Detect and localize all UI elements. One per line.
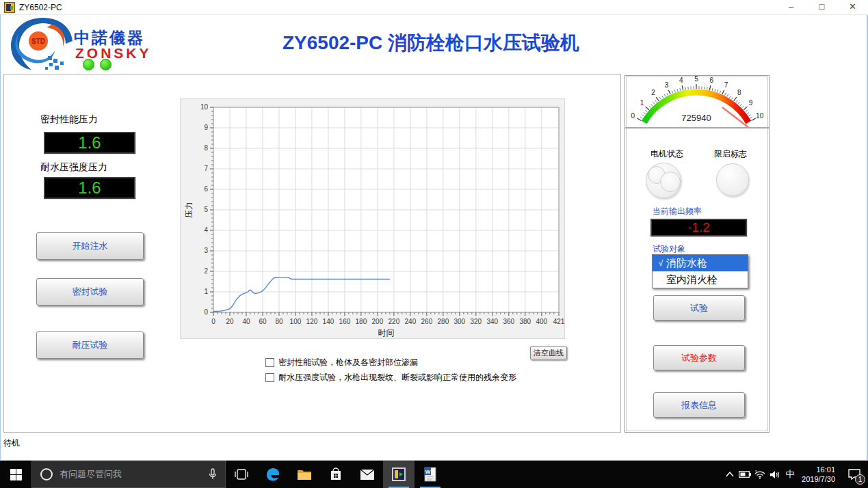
word-document-icon: W <box>423 467 437 482</box>
test-object-label: 试验对象 <box>653 243 685 255</box>
taskbar-mail-button[interactable] <box>352 461 383 488</box>
svg-text:380: 380 <box>519 318 531 325</box>
svg-text:W: W <box>425 469 431 475</box>
svg-text:1: 1 <box>204 288 208 295</box>
wifi-icon[interactable]: * <box>752 461 767 488</box>
svg-text:100: 100 <box>290 318 302 325</box>
svg-text:320: 320 <box>471 318 482 325</box>
svg-text:280: 280 <box>438 318 449 325</box>
test-params-button[interactable]: 试验参数 <box>653 345 745 370</box>
window-title: ZY6502-PC <box>19 3 62 12</box>
taskbar-edge-button[interactable] <box>257 461 289 488</box>
checkbox-box-icon[interactable] <box>265 358 274 367</box>
desktop-screen: ZY6502-PC – □ ✕ STD 中諾儀器 ZONSKY <box>0 0 868 488</box>
svg-text:200: 200 <box>372 318 384 325</box>
svg-text:300: 300 <box>454 318 466 325</box>
svg-text:9: 9 <box>204 124 208 131</box>
svg-text:2: 2 <box>204 267 208 275</box>
pressure-chart: 0204060801001201401601802002202402602803… <box>180 98 565 339</box>
svg-text:9: 9 <box>749 99 753 107</box>
taskbar-clock[interactable]: 16:01 2019/7/30 <box>802 465 835 484</box>
clock-time: 16:01 <box>802 465 835 474</box>
logo-pixel-squares <box>45 56 64 70</box>
svg-text:1: 1 <box>640 99 644 107</box>
minimize-button[interactable]: – <box>776 0 806 15</box>
svg-text:3: 3 <box>204 247 208 254</box>
task-view-icon <box>235 468 248 480</box>
checkbox-label: 密封性能试验，枪体及各密封部位渗漏 <box>278 357 418 368</box>
pressure-gauge: 012345678910 725940 <box>625 76 769 128</box>
title-bar: ZY6502-PC – □ ✕ <box>0 0 868 15</box>
svg-text:180: 180 <box>356 318 367 325</box>
page-title: ZY6502-PC 消防栓枪口水压试验机 <box>205 30 657 56</box>
start-button[interactable] <box>0 461 31 488</box>
company-logo: STD 中諾儀器 ZONSKY <box>5 16 176 74</box>
notification-badge: 1 <box>855 474 865 485</box>
svg-text:10: 10 <box>200 103 209 111</box>
svg-text:0: 0 <box>204 308 208 316</box>
strength-pressure-label: 耐水压强度压力 <box>40 161 107 174</box>
taskbar-word-button[interactable]: W <box>415 461 446 488</box>
volume-icon[interactable] <box>767 461 782 488</box>
svg-text:6: 6 <box>709 77 713 84</box>
svg-text:6: 6 <box>204 185 208 193</box>
svg-text:120: 120 <box>306 318 318 325</box>
taskbar-search-input[interactable]: 有问题尽管问我 <box>31 461 226 488</box>
clear-curve-button[interactable]: 清空曲线 <box>530 346 567 360</box>
svg-text:220: 220 <box>389 318 400 325</box>
seal-pressure-display: 1.6 <box>44 132 135 154</box>
test-button[interactable]: 试验 <box>653 295 745 321</box>
seal-test-button[interactable]: 密封试验 <box>36 278 144 306</box>
strength-test-result-checkbox[interactable]: 耐水压强度试验，水枪出现裂纹、断裂或影响正常使用的残余变形 <box>265 372 516 383</box>
tray-chevron-icon[interactable] <box>722 461 737 488</box>
test-object-listbox[interactable]: √ 消防水枪 室内消火栓 <box>652 254 748 288</box>
pressure-time-plot: 0204060801001201401601802002202402602803… <box>181 99 564 338</box>
status-bar: 待机 <box>0 433 868 461</box>
x-axis-label: 时间 <box>378 328 395 338</box>
start-fill-button[interactable]: 开始注水 <box>36 232 144 260</box>
limit-flag-led <box>716 163 749 196</box>
seal-test-result-checkbox[interactable]: 密封性能试验，枪体及各密封部位渗漏 <box>265 357 418 368</box>
svg-text:7: 7 <box>724 81 728 89</box>
motor-status-label: 电机状态 <box>650 148 683 160</box>
status-led-2 <box>100 59 111 70</box>
app-icon <box>4 2 15 13</box>
windows-logo-icon <box>10 469 22 480</box>
file-explorer-icon <box>297 468 312 480</box>
svg-text:3: 3 <box>665 81 669 89</box>
cortana-icon <box>40 468 53 480</box>
search-placeholder: 有问题尽管问我 <box>60 468 209 480</box>
svg-text:4: 4 <box>204 226 208 234</box>
svg-text:240: 240 <box>405 318 417 325</box>
clock-date: 2019/7/30 <box>802 474 835 484</box>
svg-text:60: 60 <box>259 318 267 325</box>
svg-text:40: 40 <box>242 318 250 325</box>
checkbox-label: 耐水压强度试验，水枪出现裂纹、断裂或影响正常使用的残余变形 <box>278 372 516 383</box>
taskbar-store-button[interactable] <box>320 461 352 488</box>
pressure-test-button[interactable]: 耐压试验 <box>36 331 144 359</box>
battery-icon[interactable] <box>737 461 752 488</box>
microphone-icon[interactable] <box>209 468 217 480</box>
svg-text:80: 80 <box>275 318 283 325</box>
app-header: STD 中諾儀器 ZONSKY ZY6502-PC 消防栓枪口水压试验机 <box>0 15 868 74</box>
listbox-option-fire-nozzle[interactable]: √ 消防水枪 <box>653 255 748 271</box>
maximize-button[interactable]: □ <box>806 0 837 15</box>
svg-text:8: 8 <box>204 144 208 152</box>
ime-indicator[interactable]: 中 <box>782 461 798 488</box>
listbox-option-indoor-hydrant[interactable]: 室内消火栓 <box>653 271 748 288</box>
close-button[interactable]: ✕ <box>837 0 868 15</box>
labview-app-icon <box>391 467 406 482</box>
svg-text:10: 10 <box>756 112 764 120</box>
svg-text:5: 5 <box>694 76 698 83</box>
seal-pressure-label: 密封性能压力 <box>40 113 98 126</box>
report-info-button[interactable]: 报表信息 <box>653 392 745 418</box>
frequency-display: -1.2 <box>650 219 747 236</box>
action-center-button[interactable]: 1 <box>841 461 868 488</box>
checkbox-box-icon[interactable] <box>265 373 274 382</box>
taskbar-explorer-button[interactable] <box>289 461 320 488</box>
taskbar-labview-button[interactable] <box>383 461 415 488</box>
task-view-button[interactable] <box>226 461 257 488</box>
limit-flag-label: 限启标志 <box>714 148 747 160</box>
svg-text:421: 421 <box>553 318 564 325</box>
control-panel: 012345678910 725940 电机状态 限启标志 当前输出频率 -1.… <box>624 75 770 433</box>
